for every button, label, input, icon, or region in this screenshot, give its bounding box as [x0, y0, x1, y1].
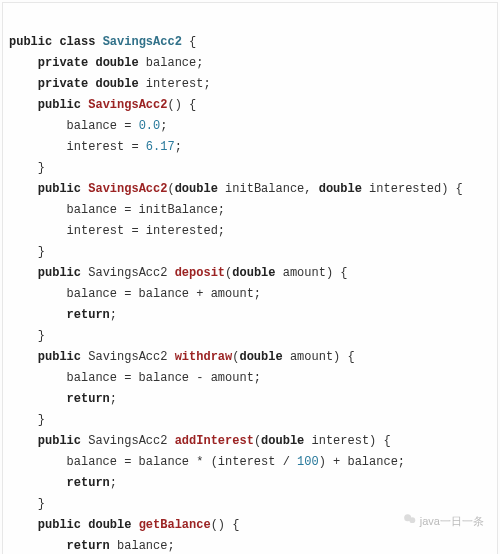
line: return;: [9, 476, 117, 490]
watermark: java一日一条: [403, 512, 484, 532]
line: interest = 6.17;: [9, 140, 182, 154]
line: interest = interested;: [9, 224, 225, 238]
line: public SavingsAcc2() {: [9, 98, 196, 112]
line: }: [9, 497, 45, 511]
line: public class SavingsAcc2 {: [9, 35, 196, 49]
line: public double getBalance() {: [9, 518, 239, 532]
line: private double balance;: [9, 56, 203, 70]
line: return balance;: [9, 539, 175, 553]
wechat-icon: [403, 512, 417, 532]
line: private double interest;: [9, 77, 211, 91]
line: public SavingsAcc2 deposit(double amount…: [9, 266, 348, 280]
line: }: [9, 245, 45, 259]
line: }: [9, 413, 45, 427]
svg-point-1: [409, 517, 415, 523]
line: balance = balance - amount;: [9, 371, 261, 385]
line: public SavingsAcc2 addInterest(double in…: [9, 434, 391, 448]
line: }: [9, 161, 45, 175]
line: return;: [9, 392, 117, 406]
watermark-label: java一日一条: [420, 512, 484, 531]
line: public SavingsAcc2(double initBalance, d…: [9, 182, 463, 196]
line: }: [9, 329, 45, 343]
line: public SavingsAcc2 withdraw(double amoun…: [9, 350, 355, 364]
line: balance = balance * (interest / 100) + b…: [9, 455, 405, 469]
line: balance = initBalance;: [9, 203, 225, 217]
line: return;: [9, 308, 117, 322]
code-block: public class SavingsAcc2 { private doubl…: [2, 2, 498, 554]
line: balance = balance + amount;: [9, 287, 261, 301]
line: balance = 0.0;: [9, 119, 167, 133]
